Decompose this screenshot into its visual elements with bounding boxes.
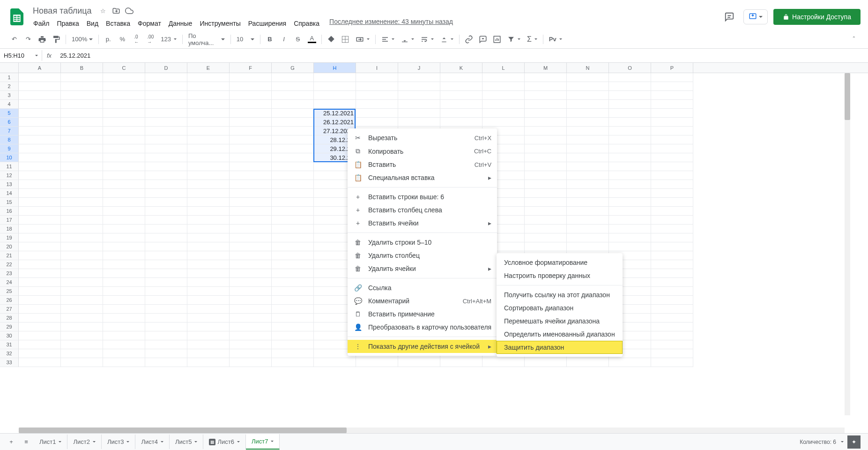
cell-F22[interactable] <box>230 260 272 269</box>
cell-A32[interactable] <box>19 349 61 358</box>
cell-P25[interactable] <box>651 287 693 296</box>
cell-D24[interactable] <box>145 278 187 287</box>
menu-insert[interactable]: Вставка <box>103 18 134 29</box>
cell-E28[interactable] <box>187 314 230 322</box>
cell-C16[interactable] <box>103 207 145 216</box>
cell-P9[interactable] <box>651 144 693 153</box>
cell-A8[interactable] <box>19 135 61 144</box>
cell-B14[interactable] <box>61 189 103 198</box>
cell-E15[interactable] <box>187 198 230 207</box>
cell-F20[interactable] <box>230 242 272 251</box>
cell-C4[interactable] <box>103 100 145 109</box>
cell-C1[interactable] <box>103 73 145 82</box>
cell-G18[interactable] <box>272 225 314 233</box>
cell-M7[interactable] <box>525 127 567 135</box>
cell-O4[interactable] <box>609 100 651 109</box>
cell-P16[interactable] <box>651 207 693 216</box>
fill-color-button[interactable] <box>325 33 338 46</box>
cell-O6[interactable] <box>609 118 651 127</box>
row-header-29[interactable]: 29 <box>0 322 19 331</box>
cell-O11[interactable] <box>609 162 651 171</box>
cell-B2[interactable] <box>61 82 103 91</box>
col-header-H[interactable]: H <box>314 63 356 73</box>
cell-F33[interactable] <box>230 358 272 367</box>
cell-J33[interactable] <box>398 358 440 367</box>
cell-E22[interactable] <box>187 260 230 269</box>
cell-P21[interactable] <box>651 251 693 260</box>
cell-O9[interactable] <box>609 144 651 153</box>
cell-I2[interactable] <box>356 82 398 91</box>
cell-E33[interactable] <box>187 358 230 367</box>
sheets-logo[interactable] <box>7 8 26 26</box>
cell-G15[interactable] <box>272 198 314 207</box>
ctx-delete-cells[interactable]: 🗑Удалить ячейки▸ <box>348 262 497 275</box>
cell-D29[interactable] <box>145 322 187 331</box>
cell-A5[interactable] <box>19 109 61 118</box>
cell-J3[interactable] <box>398 91 440 100</box>
ctx-delete-rows[interactable]: 🗑Удалить строки 5–10 <box>348 236 497 249</box>
present-button[interactable] <box>743 9 768 24</box>
cell-F31[interactable] <box>230 340 272 349</box>
row-header-5[interactable]: 5 <box>0 109 19 118</box>
cell-P29[interactable] <box>651 322 693 331</box>
decrease-decimal-button[interactable]: .0← <box>130 33 143 46</box>
cell-A30[interactable] <box>19 331 61 340</box>
cell-O7[interactable] <box>609 127 651 135</box>
cell-E10[interactable] <box>187 153 230 162</box>
cell-C25[interactable] <box>103 287 145 296</box>
ctx-link[interactable]: 🔗Ссылка <box>348 281 497 294</box>
cell-C32[interactable] <box>103 349 145 358</box>
cell-N1[interactable] <box>567 73 609 82</box>
add-sheet-button[interactable]: + <box>4 435 19 450</box>
cell-M5[interactable] <box>525 109 567 118</box>
cell-C12[interactable] <box>103 171 145 180</box>
collapse-toolbar-button[interactable]: ˆ <box>847 33 861 46</box>
cell-O33[interactable] <box>609 358 651 367</box>
sheet-tab-2[interactable]: Лист2 <box>67 435 101 449</box>
cell-F1[interactable] <box>230 73 272 82</box>
cell-G23[interactable] <box>272 269 314 278</box>
cell-G32[interactable] <box>272 349 314 358</box>
menu-help[interactable]: Справка <box>290 18 323 29</box>
cell-O12[interactable] <box>609 171 651 180</box>
row-header-28[interactable]: 28 <box>0 314 19 322</box>
cell-P6[interactable] <box>651 118 693 127</box>
col-header-F[interactable]: F <box>230 63 272 73</box>
col-header-D[interactable]: D <box>145 63 187 73</box>
cell-F18[interactable] <box>230 225 272 233</box>
cell-B19[interactable] <box>61 233 103 242</box>
cell-B26[interactable] <box>61 296 103 305</box>
cell-A19[interactable] <box>19 233 61 242</box>
cell-E14[interactable] <box>187 189 230 198</box>
cell-L5[interactable] <box>482 109 525 118</box>
cell-F14[interactable] <box>230 189 272 198</box>
cell-J4[interactable] <box>398 100 440 109</box>
pv-button[interactable]: Pv <box>546 34 565 45</box>
ctx-comment[interactable]: 💬КомментарийCtrl+Alt+M <box>348 294 497 308</box>
cell-G14[interactable] <box>272 189 314 198</box>
cell-J2[interactable] <box>398 82 440 91</box>
cell-C18[interactable] <box>103 225 145 233</box>
cell-L1[interactable] <box>482 73 525 82</box>
cell-P24[interactable] <box>651 278 693 287</box>
cell-P2[interactable] <box>651 82 693 91</box>
cell-F30[interactable] <box>230 331 272 340</box>
cell-F3[interactable] <box>230 91 272 100</box>
cell-D21[interactable] <box>145 251 187 260</box>
paint-format-button[interactable] <box>50 33 63 46</box>
cell-C8[interactable] <box>103 135 145 144</box>
cell-F12[interactable] <box>230 171 272 180</box>
cell-L4[interactable] <box>482 100 525 109</box>
cell-F10[interactable] <box>230 153 272 162</box>
increase-decimal-button[interactable]: .00→ <box>144 33 157 46</box>
cell-C33[interactable] <box>103 358 145 367</box>
cloud-icon[interactable] <box>125 6 134 15</box>
cell-K33[interactable] <box>440 358 482 367</box>
ctx-note[interactable]: 🗒Вставить примечание <box>348 308 497 321</box>
cell-E25[interactable] <box>187 287 230 296</box>
cell-E27[interactable] <box>187 305 230 314</box>
cell-P33[interactable] <box>651 358 693 367</box>
cell-K3[interactable] <box>440 91 482 100</box>
cell-B3[interactable] <box>61 91 103 100</box>
cell-D16[interactable] <box>145 207 187 216</box>
